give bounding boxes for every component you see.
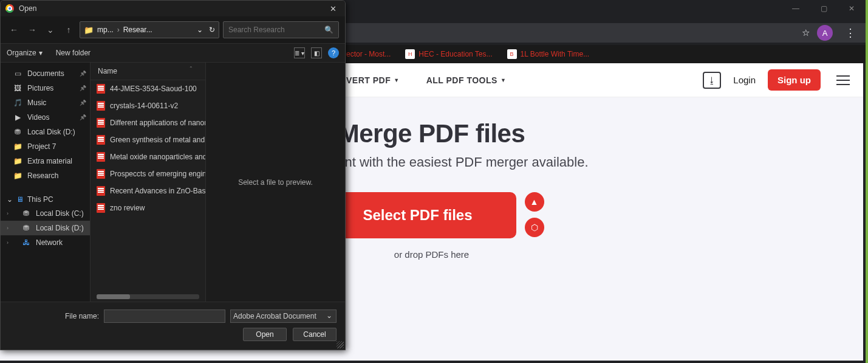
sidebar-item-label: Project 7 bbox=[27, 142, 56, 151]
search-icon[interactable]: 🔍 bbox=[324, 26, 333, 34]
file-name-label: Green synthesis of metal and m bbox=[110, 136, 205, 144]
dialog-title-text: Open bbox=[19, 4, 36, 13]
preview-hint-text: Select a file to preview. bbox=[238, 178, 313, 187]
file-item[interactable]: crystals-14-00611-v2 bbox=[91, 97, 205, 114]
help-icon[interactable]: ? bbox=[328, 47, 339, 58]
bookmark-item[interactable]: B 1L Bottle With Time... bbox=[507, 49, 590, 59]
nav-label: ALL PDF TOOLS bbox=[426, 75, 497, 85]
sidebar-network[interactable]: ›🖧Network bbox=[1, 235, 90, 250]
sidebar-item-extra-material[interactable]: 📁Extra material bbox=[1, 154, 90, 168]
network-icon: 🖧 bbox=[21, 238, 31, 247]
sidebar-drive[interactable]: ›⛃Local Disk (D:) bbox=[1, 221, 90, 235]
nav-recent-button[interactable]: ⌄ bbox=[43, 25, 58, 35]
window-maximize-button[interactable]: ▢ bbox=[810, 0, 838, 17]
select-pdf-button[interactable]: Select PDF files bbox=[319, 192, 516, 238]
open-button[interactable]: Open bbox=[243, 328, 287, 341]
bookmark-item[interactable]: H HEC - Education Tes... bbox=[405, 49, 492, 59]
nav-up-button[interactable]: ↑ bbox=[61, 25, 76, 35]
sidebar-item-label: Music bbox=[27, 99, 46, 107]
sidebar-item-label: Research bbox=[27, 171, 58, 180]
bookmark-item[interactable]: ector - Most... bbox=[346, 50, 391, 58]
sidebar-item-research[interactable]: 📁Research bbox=[1, 168, 90, 183]
sidebar-item-icon: 🎵 bbox=[13, 99, 22, 107]
sidebar-item-icon: ▭ bbox=[13, 69, 22, 78]
organize-menu[interactable]: Organize ▾ bbox=[7, 49, 43, 57]
resize-grip[interactable] bbox=[337, 341, 344, 348]
sidebar-item-videos[interactable]: ▶Videos bbox=[1, 110, 90, 125]
sidebar-item-label: Local Disk (D:) bbox=[27, 128, 75, 136]
sidebar-item-label: Network bbox=[36, 238, 63, 247]
file-name-label: 44-JMES-3534-Saoud-100 bbox=[110, 85, 197, 93]
pdf-icon bbox=[97, 84, 105, 94]
login-link[interactable]: Login bbox=[733, 75, 756, 85]
search-box[interactable]: 🔍 bbox=[223, 21, 339, 38]
file-list-header-name[interactable]: Name ⌃ bbox=[91, 63, 205, 80]
pdf-icon bbox=[97, 101, 105, 111]
pdf-icon bbox=[97, 135, 105, 145]
file-item[interactable]: Recent Advances in ZnO-Based bbox=[91, 182, 205, 199]
horizontal-scrollbar[interactable] bbox=[97, 294, 199, 299]
dialog-close-button[interactable]: ✕ bbox=[326, 3, 340, 15]
dropbox-button[interactable]: ⬡ bbox=[525, 218, 544, 237]
sidebar-item-pictures[interactable]: 🖼Pictures bbox=[1, 81, 90, 95]
file-list: Name ⌃ 44-JMES-3534-Saoud-100crystals-14… bbox=[91, 63, 206, 302]
file-item[interactable]: Metal oxide nanoparticles and bbox=[91, 148, 205, 165]
nav-forward-button[interactable]: → bbox=[25, 25, 39, 35]
file-type-filter[interactable]: Adobe Acrobat Document bbox=[230, 309, 337, 323]
dialog-toolbar: Organize ▾ New folder ≣ ▾ ◧ ? bbox=[1, 43, 345, 63]
sidebar-drive[interactable]: ›⛃Local Disk (C:) bbox=[1, 206, 90, 221]
bookmark-star-icon[interactable]: ☆ bbox=[802, 27, 810, 38]
bookmark-label: HEC - Education Tes... bbox=[419, 50, 492, 58]
file-item[interactable]: 44-JMES-3534-Saoud-100 bbox=[91, 80, 205, 97]
folder-icon: 📁 bbox=[84, 26, 94, 35]
sidebar-item-label: Videos bbox=[27, 113, 49, 122]
preview-pane-button[interactable]: ◧ bbox=[311, 47, 322, 58]
window-minimize-button[interactable]: — bbox=[782, 0, 810, 17]
sidebar-item-icon: 🖼 bbox=[13, 84, 22, 92]
sidebar-item-label: Local Disk (D:) bbox=[36, 224, 84, 232]
breadcrumb[interactable]: 📁 mp... › Resear... ⌄ ↻ bbox=[80, 21, 219, 38]
nav-all-pdf-tools[interactable]: ALL PDF TOOLS▼ bbox=[426, 75, 507, 85]
sidebar-item-icon: 📁 bbox=[13, 157, 22, 165]
view-mode-button[interactable]: ≣ ▾ bbox=[294, 47, 305, 58]
sidebar-item-local-disk-d-[interactable]: ⛃Local Disk (D:) bbox=[1, 125, 90, 139]
profile-avatar[interactable]: A bbox=[817, 25, 833, 41]
sidebar-item-label: This PC bbox=[27, 195, 53, 204]
new-folder-button[interactable]: New folder bbox=[56, 49, 91, 57]
search-input[interactable] bbox=[228, 26, 323, 34]
file-open-dialog: Open ✕ ← → ⌄ ↑ 📁 mp... › Resear... ⌄ ↻ 🔍… bbox=[0, 0, 346, 350]
file-name-input[interactable] bbox=[104, 309, 225, 323]
refresh-button[interactable]: ↻ bbox=[209, 26, 215, 34]
file-item[interactable]: Different applications of nanor bbox=[91, 114, 205, 131]
signup-button[interactable]: Sign up bbox=[768, 69, 821, 91]
download-desktop-icon[interactable]: ⭳ bbox=[703, 72, 721, 89]
chevron-icon: › bbox=[7, 210, 9, 216]
pdf-icon bbox=[97, 186, 105, 196]
hamburger-menu-icon[interactable] bbox=[836, 75, 850, 85]
drive-icon: ⛃ bbox=[21, 224, 31, 232]
nav-back-button[interactable]: ← bbox=[7, 25, 21, 35]
file-name-label: Different applications of nanor bbox=[110, 119, 205, 127]
pc-icon: 🖥 bbox=[16, 195, 24, 204]
file-item[interactable]: Prospeccts of emerging engine bbox=[91, 165, 205, 182]
caret-down-icon: ▼ bbox=[501, 77, 506, 83]
file-item[interactable]: zno review bbox=[91, 199, 205, 216]
google-drive-button[interactable]: ▲ bbox=[525, 192, 544, 212]
window-close-button[interactable]: ✕ bbox=[838, 0, 866, 17]
sidebar-item-music[interactable]: 🎵Music bbox=[1, 95, 90, 110]
cancel-button[interactable]: Cancel bbox=[293, 328, 337, 341]
nav-convert-pdf[interactable]: VERT PDF▼ bbox=[346, 75, 400, 85]
pdf-icon bbox=[97, 152, 105, 162]
sidebar-item-project-7[interactable]: 📁Project 7 bbox=[1, 139, 90, 154]
file-item[interactable]: Green synthesis of metal and m bbox=[91, 131, 205, 148]
sidebar-item-label: Pictures bbox=[27, 84, 53, 92]
sidebar-this-pc[interactable]: ⌄🖥This PC bbox=[1, 192, 90, 206]
sidebar-item-icon: 📁 bbox=[13, 171, 22, 180]
browser-menu-icon[interactable]: ⋮ bbox=[840, 26, 861, 40]
sidebar-item-documents[interactable]: ▭Documents bbox=[1, 66, 90, 81]
breadcrumb-dropdown-icon[interactable]: ⌄ bbox=[197, 26, 203, 34]
sidebar-item-label: Extra material bbox=[27, 157, 72, 165]
pdf-icon bbox=[97, 203, 105, 213]
organize-label: Organize bbox=[7, 49, 36, 57]
bookmark-favicon: H bbox=[405, 49, 415, 59]
